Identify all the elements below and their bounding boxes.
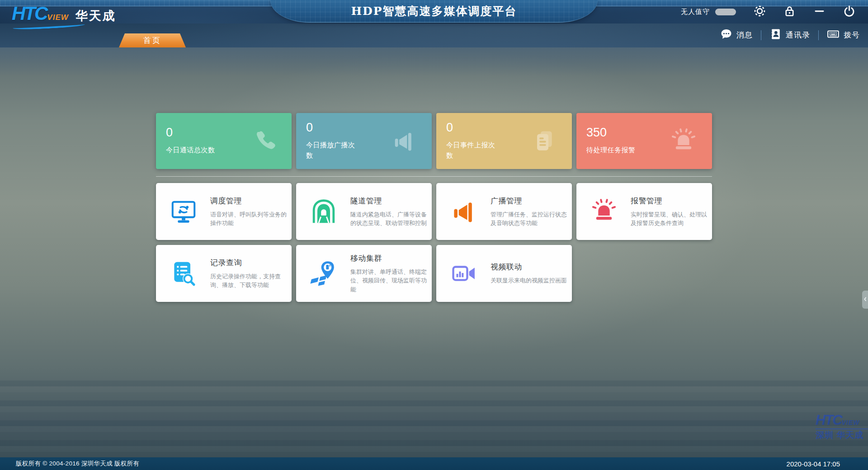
records-icon [170, 260, 198, 287]
dial-icon [827, 28, 840, 42]
logo: HTC VIEW 华天成 [12, 6, 116, 24]
status-bar: 版权所有 © 2004-2016 深圳华天成 版权所有 2020-03-04 1… [0, 457, 868, 470]
stat-card[interactable]: 0 今日事件上报次数 [436, 113, 572, 169]
module-card-broadcast[interactable]: 广播管理 管理广播任务、监控运行状态及音响状态等功能 [436, 183, 572, 240]
modules-grid: 调度管理 语音对讲、呼叫队列等业务的操作功能 隧道管理 隧道内紧急电话、广播等设… [156, 183, 712, 302]
module-title: 报警管理 [631, 196, 710, 206]
logo-company: 华天成 [75, 8, 116, 24]
power-icon [843, 5, 856, 19]
stat-label: 待处理任务报警 [586, 145, 640, 155]
stat-label: 今日事件上报次数 [446, 140, 500, 161]
lock-button[interactable] [783, 5, 796, 18]
unattended-toggle[interactable] [715, 9, 736, 15]
broadcast-icon [450, 198, 478, 225]
megaphone-icon [392, 129, 416, 154]
minimize-button[interactable] [813, 5, 826, 18]
title-bar: HDP智慧高速多媒体调度平台 无人值守 HTC VI [0, 0, 868, 24]
module-desc: 关联显示来电的视频监控画面 [491, 276, 570, 285]
dispatch-icon [170, 197, 198, 226]
chevron-left-icon [863, 296, 867, 304]
stats-row: 0 今日通话总次数 0 今日播放广播次数 0 今日事件上报次数 350 待处理任… [156, 113, 712, 169]
module-title: 广播管理 [491, 196, 570, 206]
message-icon [720, 28, 732, 42]
module-card-records[interactable]: 记录查询 历史记录操作功能，支持查询、播放、下载等功能 [156, 245, 292, 302]
nav-messages-label: 消息 [736, 30, 753, 40]
watermark: HTC VIEW 深圳 华天成 [816, 413, 868, 439]
copyright-text: 版权所有 © 2004-2016 深圳华天成 版权所有 [16, 460, 139, 468]
unattended-label: 无人值守 [681, 8, 710, 16]
module-title: 隧道管理 [350, 196, 430, 206]
dashboard: 0 今日通话总次数 0 今日播放广播次数 0 今日事件上报次数 350 待处理任… [0, 47, 868, 457]
alarm-icon [590, 198, 618, 225]
minimize-icon [813, 5, 826, 19]
phone-icon [251, 129, 276, 154]
module-desc: 管理广播任务、监控运行状态及音响状态等功能 [491, 210, 570, 228]
tunnel-icon [310, 197, 338, 226]
power-button[interactable] [843, 5, 855, 18]
stat-card[interactable]: 350 待处理任务报警 [576, 113, 712, 169]
stat-card[interactable]: 0 今日播放广播次数 [296, 113, 432, 169]
settings-button[interactable] [753, 5, 766, 18]
quick-nav: 消息 通讯录 拨号 [720, 28, 860, 42]
stat-label: 今日播放广播次数 [306, 140, 359, 161]
module-title: 记录查询 [210, 258, 290, 268]
module-title: 调度管理 [210, 196, 290, 206]
unattended-control: 无人值守 [681, 8, 736, 16]
nav-dial[interactable]: 拨号 [827, 28, 860, 42]
nav-contacts-label: 通讯录 [786, 30, 810, 40]
report-icon [532, 129, 557, 154]
nav-messages[interactable]: 消息 [720, 28, 753, 42]
module-desc: 隧道内紧急电话、广播等设备的状态呈现、联动管理和控制 [350, 210, 430, 228]
tab-home[interactable]: 首页 [119, 33, 186, 47]
tab-bar: 首页 消息 通讯录 拨号 [0, 24, 868, 47]
module-card-dispatch[interactable]: 调度管理 语音对讲、呼叫队列等业务的操作功能 [156, 183, 292, 240]
panel-collapse-handle[interactable] [862, 291, 868, 309]
watermark-company: 深圳 华天成 [816, 428, 868, 439]
nav-divider [818, 30, 819, 40]
video-icon [450, 260, 478, 287]
app-title: HDP智慧高速多媒体调度平台 [270, 0, 598, 23]
lock-icon [783, 5, 796, 19]
watermark-view: VIEW [842, 419, 860, 426]
module-title: 移动集群 [350, 253, 430, 263]
stat-card[interactable]: 0 今日通话总次数 [156, 113, 292, 169]
section-divider [156, 176, 712, 177]
nav-dial-label: 拨号 [844, 30, 860, 40]
module-title: 视频联动 [491, 262, 570, 272]
datetime-text: 2020-03-04 17:05 [787, 460, 840, 468]
module-desc: 语音对讲、呼叫队列等业务的操作功能 [210, 210, 290, 228]
stat-label: 今日通话总次数 [166, 145, 219, 155]
module-card-tunnel[interactable]: 隧道管理 隧道内紧急电话、广播等设备的状态呈现、联动管理和控制 [296, 183, 432, 240]
module-desc: 实时报警呈现、确认、处理以及报警历史条件查询 [631, 210, 710, 228]
logo-view: VIEW [47, 13, 68, 22]
contacts-icon [769, 28, 782, 42]
module-desc: 集群对讲、单呼通话、终端定位、视频回传、现场监听等功能 [350, 268, 430, 294]
module-card-mobile[interactable]: 移动集群 集群对讲、单呼通话、终端定位、视频回传、现场监听等功能 [296, 245, 432, 302]
module-card-video[interactable]: 视频联动 关联显示来电的视频监控画面 [436, 245, 572, 302]
watermark-htc: HTC [816, 413, 842, 427]
module-card-alarm[interactable]: 报警管理 实时报警呈现、确认、处理以及报警历史条件查询 [576, 183, 712, 240]
module-desc: 历史记录操作功能，支持查询、播放、下载等功能 [210, 272, 290, 290]
logo-htc: HTC [12, 6, 47, 21]
nav-contacts[interactable]: 通讯录 [769, 28, 810, 42]
siren-icon [670, 128, 697, 154]
gear-icon [753, 5, 766, 19]
mobile-icon [310, 259, 338, 287]
nav-divider [761, 30, 761, 40]
